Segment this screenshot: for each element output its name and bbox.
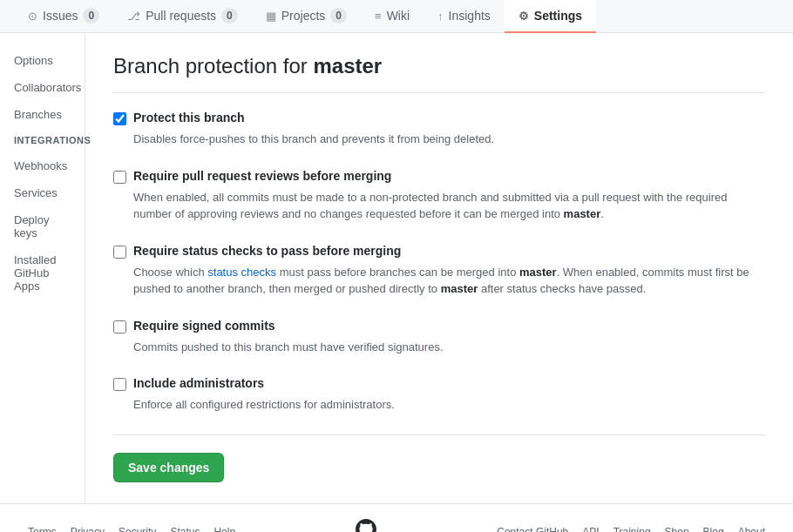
- option-require-pr-reviews: Require pull request reviews before merg…: [113, 169, 765, 223]
- tab-issues[interactable]: ⊙ Issues 0: [14, 0, 113, 33]
- option-require-pr-reviews-label-row: Require pull request reviews before merg…: [113, 169, 765, 184]
- pull-requests-icon: ⎇: [127, 10, 140, 23]
- insights-icon: ↑: [437, 10, 444, 23]
- footer: Terms Privacy Security Status Help Conta…: [0, 503, 793, 533]
- issues-icon: ⊙: [28, 10, 37, 23]
- projects-icon: ▦: [266, 10, 276, 23]
- sidebar-item-webhooks[interactable]: Webhooks: [0, 152, 85, 179]
- status-checks-link[interactable]: status checks: [207, 266, 276, 279]
- settings-icon: ⚙: [518, 10, 529, 23]
- option-protect-branch-label-row: Protect this branch: [113, 111, 765, 125]
- sidebar-item-branches[interactable]: Branches: [0, 101, 85, 128]
- option-include-admins-label-row: Include administrators: [113, 376, 765, 391]
- sidebar-item-collaborators[interactable]: Collaborators: [0, 74, 85, 101]
- require-status-checks-desc: Choose which status checks must pass bef…: [133, 264, 765, 298]
- wiki-icon: ≡: [375, 10, 382, 23]
- sidebar-item-options[interactable]: Options: [0, 47, 85, 74]
- require-pr-reviews-title: Require pull request reviews before merg…: [133, 169, 391, 183]
- tab-settings[interactable]: ⚙ Settings: [505, 0, 596, 33]
- save-changes-button[interactable]: Save changes: [113, 453, 224, 482]
- page-title: Branch protection for master: [113, 54, 765, 78]
- footer-status-link[interactable]: Status: [170, 526, 200, 533]
- issues-badge: 0: [83, 8, 99, 24]
- require-pr-reviews-desc: When enabled, all commits must be made t…: [133, 189, 765, 223]
- projects-badge: 0: [330, 8, 347, 24]
- title-divider: [113, 92, 765, 93]
- top-nav: ⊙ Issues 0 ⎇ Pull requests 0 ▦ Projects …: [0, 0, 793, 33]
- footer-right-links: Contact GitHub API Training Shop Blog Ab…: [497, 526, 765, 533]
- page-title-branch: master: [313, 54, 382, 77]
- tab-wiki-label: Wiki: [387, 9, 410, 23]
- option-protect-branch: Protect this branch Disables force-pushe…: [113, 111, 765, 148]
- require-signed-commits-title: Require signed commits: [133, 319, 275, 333]
- option-include-admins: Include administrators Enforce all confi…: [113, 376, 765, 414]
- option-require-signed-commits-label-row: Require signed commits: [113, 319, 765, 333]
- footer-privacy-link[interactable]: Privacy: [71, 526, 105, 533]
- require-status-checks-title: Require status checks to pass before mer…: [133, 244, 401, 258]
- include-admins-desc: Enforce all configured restrictions for …: [133, 396, 765, 414]
- button-divider: [113, 434, 765, 435]
- tab-projects[interactable]: ▦ Projects 0: [252, 0, 361, 33]
- sidebar-item-services[interactable]: Services: [0, 179, 85, 206]
- protect-branch-checkbox[interactable]: [113, 112, 126, 125]
- sidebar-item-installed-apps[interactable]: Installed GitHub Apps: [0, 246, 85, 300]
- footer-help-link[interactable]: Help: [214, 526, 235, 533]
- require-pr-reviews-checkbox[interactable]: [113, 171, 126, 184]
- option-require-signed-commits: Require signed commits Commits pushed to…: [113, 319, 765, 356]
- option-require-status-checks: Require status checks to pass before mer…: [113, 244, 765, 298]
- include-admins-title: Include administrators: [133, 376, 264, 390]
- protect-branch-title: Protect this branch: [133, 111, 245, 125]
- main-content: Branch protection for master Protect thi…: [85, 33, 793, 503]
- sidebar: Options Collaborators Branches Integrati…: [0, 33, 85, 503]
- footer-terms-link[interactable]: Terms: [28, 526, 57, 533]
- footer-left-links: Terms Privacy Security Status Help: [28, 526, 235, 533]
- footer-shop-link[interactable]: Shop: [665, 526, 689, 533]
- require-signed-commits-checkbox[interactable]: [113, 320, 126, 333]
- pull-requests-badge: 0: [221, 8, 238, 24]
- option-require-status-checks-label-row: Require status checks to pass before mer…: [113, 244, 765, 259]
- protect-branch-desc: Disables force-pushes to this branch and…: [133, 131, 765, 148]
- footer-api-link[interactable]: API: [582, 526, 599, 533]
- footer-contact-github-link[interactable]: Contact GitHub: [497, 526, 568, 533]
- require-status-checks-checkbox[interactable]: [113, 246, 126, 259]
- include-admins-checkbox[interactable]: [113, 378, 126, 391]
- tab-wiki[interactable]: ≡ Wiki: [361, 0, 424, 33]
- tab-pull-requests[interactable]: ⎇ Pull requests 0: [113, 0, 252, 33]
- tab-insights-label: Insights: [449, 9, 491, 23]
- sidebar-integrations-header: Integrations: [0, 128, 85, 152]
- page-title-prefix: Branch protection for: [113, 54, 313, 77]
- tab-projects-label: Projects: [281, 9, 326, 23]
- footer-about-link[interactable]: About: [738, 526, 765, 533]
- tab-issues-label: Issues: [43, 9, 78, 23]
- footer-training-link[interactable]: Training: [613, 526, 651, 533]
- tab-settings-label: Settings: [534, 9, 582, 23]
- footer-logo-container: [356, 518, 376, 533]
- layout: Options Collaborators Branches Integrati…: [0, 33, 793, 503]
- footer-blog-link[interactable]: Blog: [703, 526, 724, 533]
- tab-insights[interactable]: ↑ Insights: [424, 0, 505, 33]
- tab-pull-requests-label: Pull requests: [146, 9, 216, 23]
- sidebar-item-deploy-keys[interactable]: Deploy keys: [0, 206, 85, 246]
- github-logo: [356, 518, 376, 533]
- require-signed-commits-desc: Commits pushed to this branch must have …: [133, 339, 765, 356]
- footer-security-link[interactable]: Security: [119, 526, 156, 533]
